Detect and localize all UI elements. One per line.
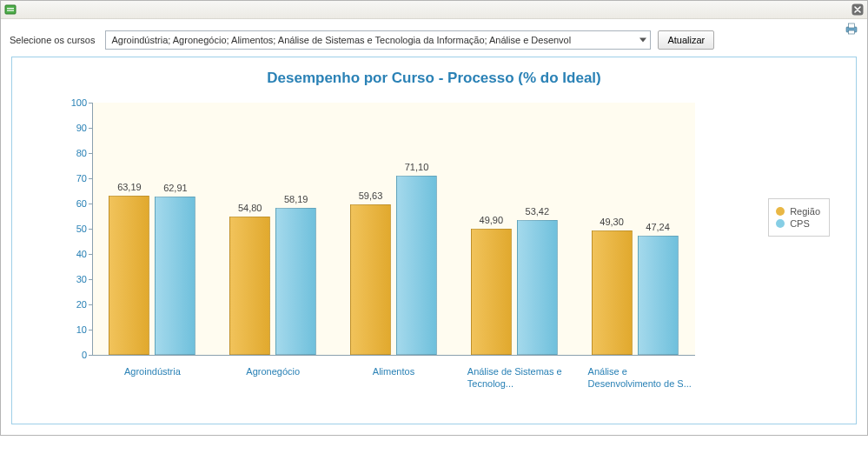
y-tick-label: 70 [57,173,87,184]
bar-regiao [592,230,633,355]
app-window: Selecione os cursos Agroindústria; Agron… [0,0,868,436]
chart-title: Desempenho por Curso - Processo (% do Id… [23,70,845,87]
y-tick-label: 10 [57,324,87,335]
bar-regiao [109,196,149,355]
bar-cps [155,197,195,355]
y-tick-label: 80 [57,148,87,158]
y-tick-mark [89,279,92,280]
y-tick-mark [89,330,92,330]
legend-item-cps: CPS [776,218,820,229]
close-icon[interactable] [851,3,864,16]
svg-rect-6 [849,30,855,34]
bar-value-label: 54,80 [224,203,276,213]
chart-panel: Desempenho por Curso - Processo (% do Id… [11,57,857,424]
chart-legend: Região CPS [768,198,830,237]
update-button[interactable]: Atualizar [658,30,714,50]
plot-area [92,103,695,355]
bar-value-label: 49,90 [465,215,517,225]
y-tick-label: 20 [57,299,87,310]
chart-body: Região CPS 010203040506070809010063,1962… [23,94,845,407]
y-tick-label: 100 [57,97,87,108]
y-tick-mark [89,204,92,204]
window-titlebar[interactable] [1,1,867,19]
bar-value-label: 71,10 [391,162,443,172]
svg-rect-1 [7,8,14,9]
y-tick-mark [89,153,92,154]
svg-rect-5 [849,23,855,28]
y-tick-mark [89,229,92,230]
svg-rect-0 [5,5,16,14]
y-tick-mark [89,355,92,356]
y-tick-label: 40 [57,249,87,259]
category-label: Agronegócio [221,365,325,377]
y-tick-mark [89,103,92,103]
content-titlebar [1,19,867,25]
app-icon [4,3,17,16]
legend-label-regiao: Região [790,206,820,217]
category-label: Análise de Sistemas e Tecnolog... [467,365,579,390]
bar-value-label: 47,24 [632,222,684,232]
category-label: Alimentos [341,365,446,377]
print-icon[interactable] [845,22,858,36]
bar-cps [396,176,437,355]
course-select[interactable]: Agroindústria; Agronegócio; Alimentos; A… [105,30,651,50]
bar-value-label: 53,42 [511,206,563,217]
course-select-value: Agroindústria; Agronegócio; Alimentos; A… [111,35,571,45]
y-tick-mark [89,178,92,179]
category-label: Agroindústria [100,365,204,377]
y-tick-label: 0 [57,350,87,360]
chevron-down-icon [639,38,646,43]
category-label: Análise e Desenvolvimento de S... [588,365,699,390]
bar-value-label: 63,19 [103,182,156,192]
legend-label-cps: CPS [790,218,810,229]
bar-value-label: 49,30 [586,217,638,227]
y-tick-label: 60 [57,198,87,209]
bar-cps [517,220,558,355]
content-window: Selecione os cursos Agroindústria; Agron… [1,19,867,424]
y-tick-mark [89,128,92,129]
y-tick-label: 50 [57,224,87,234]
bar-regiao [471,229,512,355]
svg-rect-2 [7,10,14,11]
bar-value-label: 59,63 [345,190,397,201]
y-tick-mark [89,254,92,255]
bar-value-label: 58,19 [270,194,322,204]
bar-regiao [229,217,270,355]
bar-cps [275,208,316,355]
y-tick-label: 30 [57,274,87,284]
legend-swatch-cps [776,219,785,228]
course-select-label: Selecione os cursos [10,35,95,45]
toolbar: Selecione os cursos Agroindústria; Agron… [1,25,867,55]
y-tick-label: 90 [57,123,87,133]
x-axis [92,355,695,356]
legend-swatch-regiao [776,207,785,216]
y-tick-mark [89,304,92,305]
bar-cps [638,236,679,355]
bar-regiao [350,204,391,355]
bar-value-label: 62,91 [149,183,202,193]
legend-item-regiao: Região [776,206,820,217]
